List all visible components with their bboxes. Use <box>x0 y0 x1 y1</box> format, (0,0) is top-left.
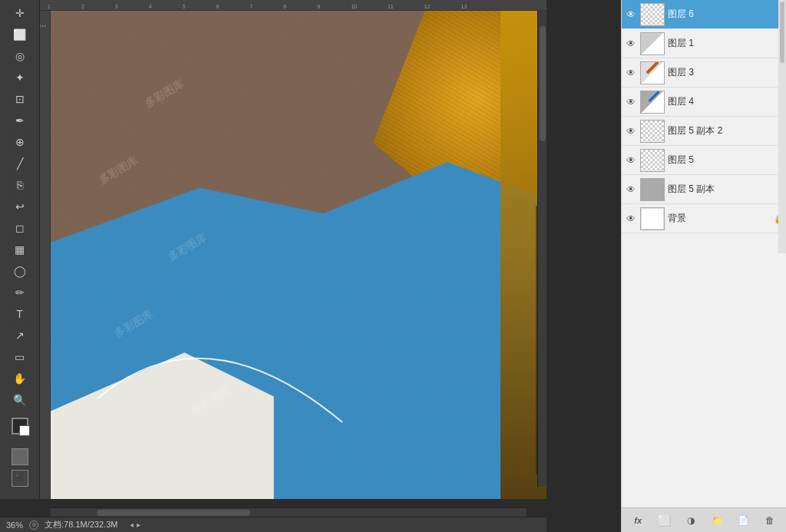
status-bar: 36% ⊕ 文档:78.1M/232.3M ◂ ▸ <box>0 517 547 532</box>
canvas-scroll-h[interactable] <box>51 507 527 517</box>
layer-thumb-layer6 <box>640 3 665 26</box>
zoom-level: 36% <box>6 520 23 530</box>
layer-visibility-layer4[interactable]: 👁 <box>625 96 637 108</box>
layer-item-layer3[interactable]: 👁 图层 3 <box>622 58 786 88</box>
add-mask-button[interactable]: ⬜ <box>656 512 672 529</box>
new-layer-button[interactable]: 📄 <box>735 512 751 529</box>
nav-controls: ◂ ▸ <box>130 520 140 529</box>
canvas-scroll-v[interactable] <box>537 11 547 487</box>
layer-thumb-layer5 <box>640 149 665 172</box>
foreground-color[interactable] <box>12 418 28 435</box>
layer-thumb-layer3 <box>640 61 665 84</box>
tool-gradient[interactable]: ▦ <box>10 240 30 259</box>
layers-scrollbar[interactable] <box>778 0 786 253</box>
tool-select[interactable]: ⬜ <box>10 25 30 45</box>
layer-name-layer5copy2: 图层 5 副本 2 <box>668 124 783 137</box>
adjustment-button[interactable]: ◑ <box>682 512 699 529</box>
layer-item-layer5copy2[interactable]: 👁 图层 5 副本 2 <box>622 117 786 146</box>
tool-history[interactable]: ↩ <box>10 197 30 216</box>
canvas-area: 多彩图库 多彩图库 多彩图库 多彩图库 多彩图库 <box>51 11 547 499</box>
ruler-top: 12345678910111213 <box>40 0 547 11</box>
delete-layer-button[interactable]: 🗑 <box>761 512 778 529</box>
tool-path[interactable]: ↗ <box>10 325 30 345</box>
layer-visibility-layer1[interactable]: 👁 <box>625 38 637 50</box>
layer-name-background: 背景 <box>668 212 771 225</box>
layers-bottom-bar: fx ⬜ ◑ 📁 📄 🗑 <box>622 507 786 532</box>
layer-name-layer6: 图层 6 <box>668 8 783 21</box>
tool-crop[interactable]: ⊡ <box>10 89 30 109</box>
layer-visibility-layer3[interactable]: 👁 <box>625 67 637 79</box>
tool-pen[interactable]: ✏ <box>10 283 30 302</box>
layer-item-background[interactable]: 👁 背景 🔒 <box>622 204 786 233</box>
nav-next[interactable]: ▸ <box>137 520 140 529</box>
tool-text[interactable]: T <box>10 304 30 324</box>
status-icon[interactable]: ⊕ <box>29 520 38 530</box>
doc-size: 文档:78.1M/232.3M <box>45 519 117 530</box>
layer-name-layer5: 图层 5 <box>668 154 783 167</box>
tool-move[interactable]: ✛ <box>10 3 30 23</box>
group-button[interactable]: 📁 <box>708 512 725 529</box>
layers-panel: 👁 图层 6 👁 图层 1 👁 图层 3 👁 图层 4 👁 图层 5 <box>621 0 786 532</box>
ruler-left: 1 2 3 4 5 <box>40 0 51 499</box>
tool-eyedropper[interactable]: ✒ <box>10 111 30 131</box>
dark-separator <box>547 0 621 532</box>
tool-zoom[interactable]: 🔍 <box>10 390 30 410</box>
tool-patch[interactable]: ⊕ <box>10 132 30 152</box>
tool-eraser[interactable]: ◻ <box>10 218 30 238</box>
layer-name-layer5copy: 图层 5 副本 <box>668 183 783 196</box>
nav-prev[interactable]: ◂ <box>130 520 134 529</box>
layer-thumb-layer5copy2 <box>640 120 665 143</box>
tool-dodge[interactable]: ◯ <box>10 261 30 281</box>
tool-lasso[interactable]: ◎ <box>10 46 30 66</box>
layer-name-layer3: 图层 3 <box>668 66 783 79</box>
quick-mask[interactable] <box>12 448 28 465</box>
layer-thumb-layer1 <box>640 32 665 55</box>
layer-item-layer1[interactable]: 👁 图层 1 <box>622 29 786 58</box>
layer-item-layer6[interactable]: 👁 图层 6 <box>622 0 786 29</box>
layer-visibility-background[interactable]: 👁 <box>625 213 637 225</box>
layer-visibility-layer6[interactable]: 👁 <box>625 8 637 21</box>
layer-thumb-layer5copy <box>640 178 665 201</box>
tool-stamp[interactable]: ⎘ <box>10 175 30 195</box>
canvas-content: 多彩图库 多彩图库 多彩图库 多彩图库 多彩图库 <box>51 11 547 499</box>
layer-name-layer4: 图层 4 <box>668 95 783 108</box>
layer-visibility-layer5[interactable]: 👁 <box>625 154 637 167</box>
toolbar: ✛ ⬜ ◎ ✦ ⊡ ✒ ⊕ ╱ ⎘ ↩ ◻ ▦ ◯ ✏ T ↗ ▭ ✋ 🔍 ⬛ <box>0 0 40 499</box>
layer-item-layer5[interactable]: 👁 图层 5 <box>622 146 786 175</box>
tool-hand[interactable]: ✋ <box>10 368 30 388</box>
layer-item-layer4[interactable]: 👁 图层 4 <box>622 88 786 117</box>
tool-shape[interactable]: ▭ <box>10 347 30 367</box>
layer-thumb-layer4 <box>640 91 665 114</box>
layer-visibility-layer5copy2[interactable]: 👁 <box>625 125 637 137</box>
layer-name-layer1: 图层 1 <box>668 37 783 50</box>
layer-visibility-layer5copy[interactable]: 👁 <box>625 183 637 196</box>
tool-magic-wand[interactable]: ✦ <box>10 68 30 88</box>
layer-thumb-background <box>640 207 665 230</box>
screen-mode[interactable]: ⬛ <box>12 470 28 487</box>
tool-brush[interactable]: ╱ <box>10 154 30 173</box>
fx-button[interactable]: fx <box>629 512 646 529</box>
layer-item-layer5copy[interactable]: 👁 图层 5 副本 <box>622 175 786 204</box>
